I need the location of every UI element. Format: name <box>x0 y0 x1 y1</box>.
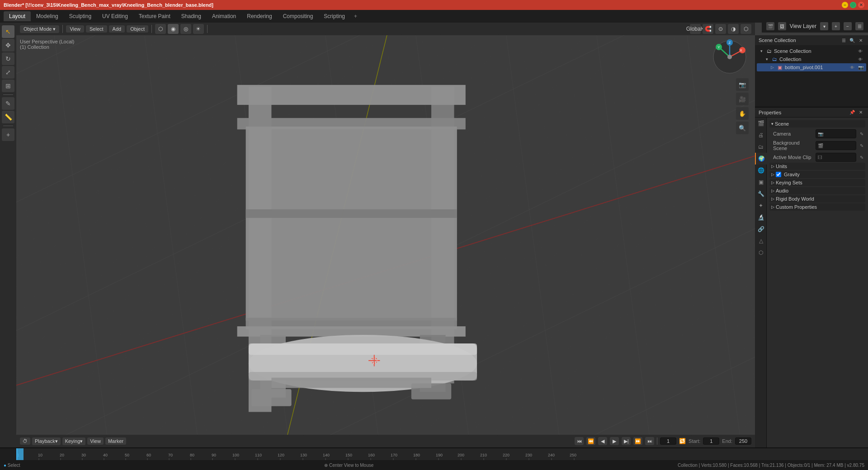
outliner-collection[interactable]: ▾ 🗂 Collection 👁 <box>757 55 866 63</box>
snap-toggle[interactable]: 🧲 <box>703 24 713 34</box>
tab-uv-editing[interactable]: UV Editing <box>97 11 133 21</box>
audio-section[interactable]: ▷ Audio <box>769 187 865 194</box>
camera-view-button[interactable]: 🎥 <box>736 93 749 105</box>
start-frame-field[interactable]: 1 <box>703 437 719 445</box>
outliner-search-icon[interactable]: 🔍 <box>849 37 856 44</box>
object-menu[interactable]: Object <box>127 25 148 33</box>
rotate-tool-button[interactable]: ↻ <box>2 52 14 65</box>
expand-icon-2[interactable]: ▾ <box>764 56 769 62</box>
background-scene-value[interactable]: 🎬 <box>816 141 856 150</box>
timeline-playhead[interactable] <box>16 448 17 461</box>
timeline-header-icon[interactable]: ⏱ <box>20 437 30 445</box>
keying-dropdown[interactable]: Keying▾ <box>62 437 86 445</box>
scene-section-header[interactable]: ▾ Scene <box>769 120 865 127</box>
outliner-close-icon[interactable]: ✕ <box>857 37 864 44</box>
visibility-icon[interactable]: 👁 <box>858 49 864 54</box>
expand-icon[interactable]: ▾ <box>759 48 764 54</box>
render-props-tab[interactable]: 🎬 <box>755 118 767 129</box>
next-keyframe-button[interactable]: ⏩ <box>633 437 642 445</box>
marker-dropdown[interactable]: Marker <box>105 437 126 445</box>
close-button[interactable]: ✕ <box>858 2 864 8</box>
tab-scripting[interactable]: Scripting <box>318 11 350 21</box>
viewport-shading-material[interactable]: ◎ <box>180 24 191 34</box>
gravity-section-header[interactable]: ▷ Gravity <box>769 171 865 178</box>
tab-layout[interactable]: Layout <box>4 11 31 21</box>
viewport-overlay[interactable]: ◑ <box>728 24 739 34</box>
output-props-tab[interactable]: 🖨 <box>755 129 767 141</box>
viewport-shading-wireframe[interactable]: ⬡ <box>155 24 166 34</box>
current-frame-field[interactable]: 1 <box>660 437 676 445</box>
next-frame-button[interactable]: ▶| <box>622 437 631 445</box>
expand-icon-3[interactable]: ▷ <box>769 65 775 70</box>
gravity-checkbox[interactable] <box>776 172 781 177</box>
proportional-edit[interactable]: ⊙ <box>715 24 726 34</box>
filter-icon[interactable]: ☰ <box>855 22 863 30</box>
loop-icon[interactable]: 🔁 <box>679 438 686 444</box>
tab-animation[interactable]: Animation <box>207 11 241 21</box>
tab-texture-paint[interactable]: Texture Paint <box>133 11 176 21</box>
physics-tab[interactable]: 🔬 <box>755 212 767 223</box>
measure-tool-button[interactable]: 📏 <box>2 111 14 123</box>
outliner-filter-icon[interactable]: ☰ <box>840 37 847 44</box>
render-icon[interactable]: 📷 <box>858 65 864 70</box>
material-tab[interactable]: ⬡ <box>755 247 767 258</box>
tab-sculpting[interactable]: Sculpting <box>64 11 97 21</box>
props-pin-icon[interactable]: 📌 <box>849 109 856 116</box>
scene-icon[interactable]: 🎬 <box>766 22 774 30</box>
xray-toggle[interactable]: ⬡ <box>741 24 751 34</box>
zoom-button[interactable]: 🔍 <box>736 122 749 134</box>
add-object-button[interactable]: + <box>2 128 14 141</box>
minimize-button[interactable]: − <box>842 2 848 8</box>
timeline-ruler[interactable]: 1 10 20 30 40 50 60 70 80 90 100 110 120 <box>16 448 868 461</box>
rigid-body-section[interactable]: ▷ Rigid Body World <box>769 195 865 202</box>
perspective-ortho-button[interactable]: 📷 <box>736 78 749 91</box>
custom-props-section[interactable]: ▷ Custom Properties <box>769 203 865 211</box>
modifier-props-tab[interactable]: 🔧 <box>755 188 767 200</box>
add-workspace-button[interactable]: + <box>350 11 361 21</box>
grab-move-button[interactable]: ✋ <box>736 107 749 120</box>
props-close-icon[interactable]: ✕ <box>857 109 864 116</box>
camera-value[interactable]: 📷 <box>816 129 856 138</box>
outliner-bottom-pivot[interactable]: ▷ ▣ bottom_pivot.001 👁 📷 <box>757 63 866 71</box>
camera-edit-icon[interactable]: ✎ <box>858 130 865 137</box>
select-menu[interactable]: Select <box>86 25 107 33</box>
tab-modeling[interactable]: Modeling <box>31 11 64 21</box>
data-tab[interactable]: △ <box>755 235 767 247</box>
transform-tool-button[interactable]: ⊞ <box>2 80 14 92</box>
global-local-toggle[interactable]: Global ▾ <box>690 24 701 34</box>
object-mode-dropdown[interactable]: Object Mode ▾ <box>20 25 59 33</box>
outliner-scene-collection[interactable]: ▾ 🗂 Scene Collection 👁 <box>757 47 866 55</box>
visibility-icon-3[interactable]: 👁 <box>850 65 856 70</box>
move-tool-button[interactable]: ✥ <box>2 39 14 52</box>
scene-dropdown-icon[interactable]: ▾ <box>820 22 828 30</box>
add-scene-icon[interactable]: + <box>832 22 840 30</box>
world-props-tab[interactable]: 🌐 <box>755 164 767 176</box>
tab-compositing[interactable]: Compositing <box>278 11 319 21</box>
viewport-shading-rendered[interactable]: ☀ <box>193 24 204 34</box>
view-menu[interactable]: View <box>66 25 84 33</box>
tab-rendering[interactable]: Rendering <box>241 11 277 21</box>
keying-sets-section[interactable]: ▷ Keying Sets <box>769 179 865 186</box>
movie-clip-edit-icon[interactable]: ✎ <box>858 154 865 161</box>
maximize-button[interactable]: □ <box>850 2 856 8</box>
cursor-tool-button[interactable]: ↖ <box>2 25 14 38</box>
particles-tab[interactable]: ✦ <box>755 200 767 212</box>
movie-clip-value[interactable]: 🎞 <box>816 153 856 162</box>
tab-shading[interactable]: Shading <box>176 11 207 21</box>
viewport-shading-solid[interactable]: ◉ <box>168 24 179 34</box>
playback-dropdown[interactable]: Playback▾ <box>32 437 61 445</box>
play-button[interactable]: ▶ <box>610 437 619 445</box>
navigation-gizmo[interactable]: X Y Z <box>712 39 748 75</box>
end-frame-field[interactable]: 250 <box>735 437 751 445</box>
viewport-3d[interactable]: User Perspective (Local) (1) Collection … <box>16 35 755 435</box>
units-section-header[interactable]: ▷ Units <box>769 163 865 170</box>
jump-end-button[interactable]: ⏭ <box>645 437 654 445</box>
renderlayer-icon[interactable]: 🖼 <box>778 22 786 30</box>
object-props-tab[interactable]: ▣ <box>755 176 767 188</box>
visibility-icon-2[interactable]: 👁 <box>858 57 864 62</box>
scale-tool-button[interactable]: ⤢ <box>2 66 14 79</box>
prev-frame-button[interactable]: ◀ <box>598 437 607 445</box>
view-dropdown[interactable]: View <box>87 437 104 445</box>
remove-scene-icon[interactable]: − <box>844 22 852 30</box>
add-menu[interactable]: Add <box>109 25 125 33</box>
